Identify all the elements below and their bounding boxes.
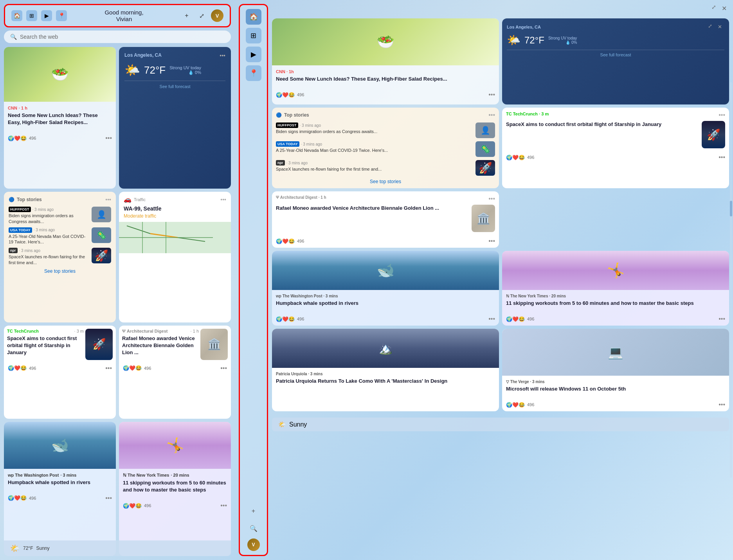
tc-card-inner: TC TechCrunch · 3 m SpaceX aims to condu… xyxy=(4,326,116,363)
right-patricia-image: 🏔️ xyxy=(272,329,499,368)
sidebar-zoom-icon[interactable]: 🔍 xyxy=(247,521,261,535)
arch-more-button[interactable]: ••• xyxy=(220,365,227,372)
story-thumbnail: 🦠 xyxy=(92,227,111,243)
story-text-block: USA TODAY · 3 mins ago A 25-Year-Old Nev… xyxy=(9,227,88,245)
traffic-more-button[interactable]: ••• xyxy=(220,196,226,203)
right-wp-whale-card[interactable]: 🐋 wp The Washington Post · 3 mins Humpba… xyxy=(272,251,499,326)
right-tc-more2-button[interactable]: ••• xyxy=(719,154,725,161)
video-icon[interactable]: ▶ xyxy=(41,10,52,21)
right-verge-more-button[interactable]: ••• xyxy=(719,401,725,408)
techcrunch-card[interactable]: TC TechCrunch · 3 m SpaceX aims to condu… xyxy=(4,326,116,419)
expand-button[interactable]: ⤢ xyxy=(196,10,207,21)
right-weather-card[interactable]: Los Angeles, CA ⤢ ✕ 🌤️ 72°F Strong UV to… xyxy=(502,18,729,104)
right-story-item[interactable]: USA TODAY · 3 mins ago A 25-Year-Old Nev… xyxy=(276,141,495,157)
add-button[interactable]: + xyxy=(181,10,192,21)
weather-forecast-link[interactable]: See full forecast xyxy=(124,81,225,89)
nyt-reactions: 🌍❤️😂 496 xyxy=(123,503,151,509)
sidebar-video-icon[interactable]: ▶ xyxy=(246,47,261,62)
reaction-count: 496 xyxy=(297,92,304,97)
right-cnn-card[interactable]: 🥗 CNN · 1h Need Some New Lunch Ideas? Th… xyxy=(272,18,499,104)
wp-more-button[interactable]: ••• xyxy=(105,495,112,502)
story-text: A 25-Year-Old Nevada Man Got COVID-19 Tw… xyxy=(9,234,88,245)
topbar-icons: 🏠 ⊞ ▶ 📍 xyxy=(11,10,67,21)
right-weather-top: Los Angeles, CA ⤢ ✕ xyxy=(507,23,724,31)
weather-close-button[interactable]: ✕ xyxy=(715,23,724,31)
search-bar[interactable]: 🔍 Search the web xyxy=(4,31,231,43)
tc-more-button[interactable]: ••• xyxy=(105,365,112,372)
right-see-top-stories[interactable]: See top stories xyxy=(276,179,495,184)
wp-whale-content: wp The Washington Post · 3 mins Humpback… xyxy=(4,469,116,493)
reaction-emoji: 🌍❤️😂 xyxy=(8,135,27,141)
right-close-button[interactable]: ✕ xyxy=(719,4,729,13)
traffic-card[interactable]: 🚗 Traffic ••• WA-99, Seattle Moderate tr… xyxy=(119,192,231,322)
right-expand-button[interactable]: ⤢ xyxy=(711,4,716,13)
right-tc-more-button[interactable]: ••• xyxy=(719,112,725,119)
right-arch-more2-button[interactable]: ••• xyxy=(488,238,495,245)
wp-whale-card[interactable]: 🐋 wp The Washington Post · 3 mins Humpba… xyxy=(4,422,116,556)
story-text-block: HUFFPOST · 3 mins ago Biden signs immigr… xyxy=(9,207,88,224)
weather-card[interactable]: Los Angeles, CA ••• 🌤️ 72°F Strong UV to… xyxy=(119,47,231,189)
location-icon[interactable]: 📍 xyxy=(56,10,67,21)
nyt-more-button[interactable]: ••• xyxy=(220,502,227,509)
right-wp-more-button[interactable]: ••• xyxy=(488,315,495,322)
reaction-emoji: 🌍❤️😂 xyxy=(8,365,27,371)
reaction-emoji: 🌍❤️😂 xyxy=(276,238,295,244)
right-nyt-workout-card[interactable]: 🤸 ℕ The New York Times · 20 mins 11 skip… xyxy=(502,251,729,326)
right-patricia-card[interactable]: 🏔️ Patricia Urquiola · 3 mins Patricia U… xyxy=(272,329,499,411)
nyt-footer: 🌍❤️😂 496 ••• xyxy=(119,501,231,512)
right-weather-uv: Strong UV today 💧 0% xyxy=(548,36,577,45)
cnn-footer: 🌍❤️😂 496 ••• xyxy=(4,133,116,145)
grid-icon[interactable]: ⊞ xyxy=(26,10,37,21)
sidebar-plus-button[interactable]: + xyxy=(247,504,261,518)
stories-more-button[interactable]: ••• xyxy=(105,196,111,203)
right-cnn-reactions: 🌍❤️😂 496 xyxy=(276,92,304,98)
story-item[interactable]: USA TODAY · 3 mins ago A 25-Year-Old Nev… xyxy=(9,227,111,245)
cnn-reactions: 🌍❤️😂 496 xyxy=(8,135,36,141)
news-grid: 🥗 CNN · 1 h Need Some New Lunch Ideas? T… xyxy=(4,47,231,556)
right-story-item[interactable]: HUFFPOST · 3 mins ago Biden signs immigr… xyxy=(276,122,495,138)
story-text-block: npr · 3 mins ago SpaceX launches re-flow… xyxy=(276,160,472,172)
top-stories-card[interactable]: 🔵 Top stories ••• HUFFPOST · 3 mins ago … xyxy=(4,192,116,322)
right-cnn-content: CNN · 1h Need Some New Lunch Ideas? Thes… xyxy=(272,65,499,90)
right-cnn-image: 🥗 xyxy=(272,18,499,65)
sidebar-avatar[interactable]: V xyxy=(247,538,260,551)
right-story-item[interactable]: npr · 3 mins ago SpaceX launches re-flow… xyxy=(276,160,495,176)
cnn-article-card[interactable]: 🥗 CNN · 1 h Need Some New Lunch Ideas? T… xyxy=(4,47,116,189)
story-item[interactable]: HUFFPOST · 3 mins ago Biden signs immigr… xyxy=(9,207,111,224)
right-third-grid: Ψ Architectural Digest · 1 h ••• Rafael … xyxy=(272,191,729,248)
right-top-stories-card[interactable]: 🔵 Top stories ••• HUFFPOST · 3 mins ago … xyxy=(272,108,499,188)
right-wp-reactions: 🌍❤️😂 496 xyxy=(276,316,304,322)
story-thumbnail: 👤 xyxy=(92,207,111,222)
weather-expand-button[interactable]: ⤢ xyxy=(708,23,712,31)
sidebar-home-icon[interactable]: 🏠 xyxy=(246,9,261,25)
right-stories-more-button[interactable]: ••• xyxy=(488,112,495,119)
right-weather-forecast[interactable]: See full forecast xyxy=(507,50,724,57)
right-verge-card[interactable]: 💻 ▽ The Verge · 3 mins Microsoft will re… xyxy=(502,329,729,411)
weather-top: Los Angeles, CA ••• xyxy=(124,52,225,59)
traffic-status: Moderate traffic xyxy=(119,213,231,222)
sidebar-grid-icon[interactable]: ⊞ xyxy=(246,28,261,43)
scroll-thumb[interactable] xyxy=(730,201,732,216)
traffic-label: Traffic xyxy=(134,197,146,202)
story-time: · 3 mins ago xyxy=(32,207,54,212)
right-arch-card[interactable]: Ψ Architectural Digest · 1 h ••• Rafael … xyxy=(272,191,499,248)
arch-digest-card[interactable]: Ψ Architectural Digest · 1 h Rafael Mone… xyxy=(119,326,231,419)
right-arch-more-button[interactable]: ••• xyxy=(488,195,495,202)
right-nyt-more-button[interactable]: ••• xyxy=(719,315,725,322)
cnn-time: · 1 h xyxy=(19,106,27,110)
right-arch-image: 🏛️ xyxy=(472,205,495,232)
right-techcrunch-card[interactable]: TC TechCrunch · 3 m ••• SpaceX aims to c… xyxy=(502,108,729,188)
tc-reactions: 🌍❤️😂 496 xyxy=(8,365,36,371)
story-item[interactable]: npr · 3 mins ago SpaceX launches re-flow… xyxy=(9,248,111,265)
right-tc-content: TC TechCrunch · 3 m ••• SpaceX aims to c… xyxy=(502,108,729,152)
right-arch-source: Ψ Architectural Digest · 1 h xyxy=(276,195,326,202)
cnn-logo: CNN xyxy=(8,106,17,110)
home-icon[interactable]: 🏠 xyxy=(11,10,22,21)
cnn-more-button[interactable]: ••• xyxy=(105,135,112,142)
sidebar-location-icon[interactable]: 📍 xyxy=(246,65,261,81)
avatar[interactable]: V xyxy=(211,9,223,22)
nyt-workout-card[interactable]: 🤸 ℕ The New York Times · 20 mins 11 skip… xyxy=(119,422,231,556)
right-cnn-more-button[interactable]: ••• xyxy=(488,91,495,98)
see-top-stories-link[interactable]: See top stories xyxy=(9,268,111,274)
weather-more-button[interactable]: ••• xyxy=(220,52,225,59)
